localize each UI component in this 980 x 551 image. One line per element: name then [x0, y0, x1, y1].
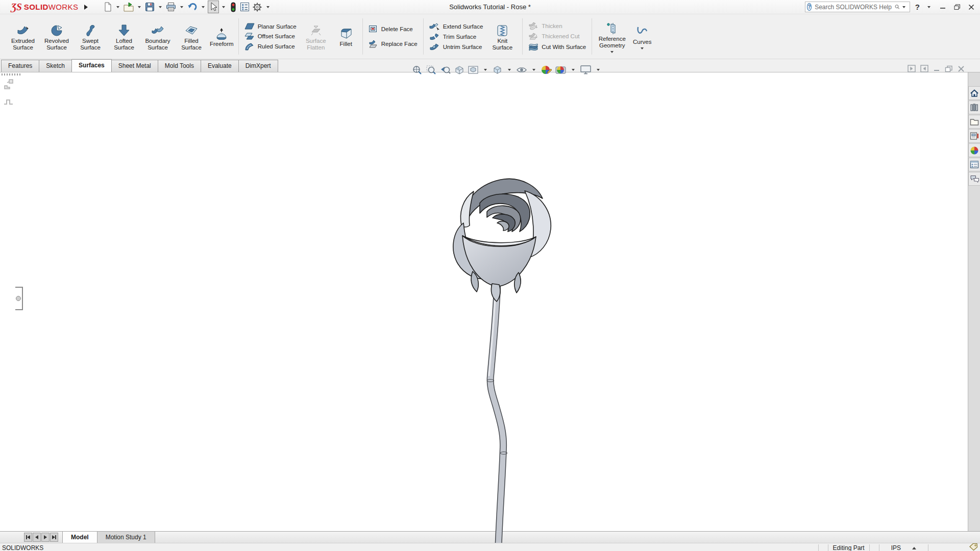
knit-surface-button[interactable]: Knit Surface — [485, 21, 519, 52]
undo-dropdown-caret[interactable] — [202, 6, 205, 8]
restore-doc-button[interactable] — [945, 65, 953, 74]
motion-study-tab[interactable]: Motion Study 1 — [97, 532, 155, 543]
boundary-surface-button[interactable]: Boundary Surface — [141, 21, 175, 52]
open-dropdown-caret[interactable] — [138, 6, 141, 8]
freeform-button[interactable]: Freeform — [208, 24, 235, 48]
print-button[interactable] — [165, 1, 177, 13]
sketch-profile-icon[interactable] — [3, 97, 14, 106]
pane-splitter-handle[interactable] — [15, 287, 23, 310]
curves-button[interactable]: Curves — [629, 22, 655, 51]
rebuild-button[interactable] — [228, 1, 238, 14]
zoom-to-fit-button[interactable] — [411, 64, 423, 76]
tab-sheet-metal[interactable]: Sheet Metal — [111, 60, 158, 72]
unit-system-selector[interactable]: IPS — [884, 544, 923, 551]
feature-tree-icon[interactable] — [3, 79, 14, 91]
view-orientation-caret[interactable] — [508, 69, 511, 71]
unit-system-caret[interactable] — [912, 547, 916, 549]
unit-system-value[interactable]: IPS — [891, 544, 901, 551]
minimize-doc-button[interactable] — [933, 65, 940, 74]
undo-button[interactable] — [186, 1, 199, 13]
model-tab[interactable]: Model — [62, 532, 97, 543]
untrim-surface-button[interactable]: Untrim Surface — [427, 42, 485, 52]
rose-stem[interactable] — [487, 287, 507, 551]
open-button[interactable] — [122, 1, 135, 13]
filled-surface-button[interactable]: Filled Surface — [175, 21, 208, 52]
close-doc-button[interactable] — [958, 65, 965, 74]
restore-button[interactable] — [952, 3, 962, 12]
expand-right-pane-button[interactable] — [920, 65, 928, 74]
extruded-surface-button[interactable]: Extruded Surface — [6, 21, 40, 52]
help-button[interactable]: ? — [915, 3, 920, 11]
reference-geometry-button[interactable]: Reference Geometry — [595, 19, 629, 54]
rose-model[interactable] — [444, 174, 561, 551]
help-dropdown-caret[interactable] — [927, 6, 930, 8]
previous-tab-button[interactable] — [33, 533, 41, 542]
options-dropdown-caret[interactable] — [266, 6, 270, 8]
tab-dimxpert[interactable]: DimXpert — [238, 60, 278, 72]
splitter-knob-icon[interactable] — [16, 296, 21, 301]
last-tab-button[interactable] — [50, 533, 58, 542]
rose-flower[interactable] — [453, 179, 551, 302]
replace-face-button[interactable]: Replace Face — [366, 37, 420, 52]
tab-evaluate[interactable]: Evaluate — [201, 60, 239, 72]
reference-geometry-caret[interactable] — [610, 51, 614, 53]
tab-mold-tools[interactable]: Mold Tools — [158, 60, 201, 72]
minimize-button[interactable] — [938, 3, 947, 12]
view-palette-button[interactable] — [968, 129, 980, 143]
edit-appearance-button[interactable] — [540, 64, 552, 76]
print-dropdown-caret[interactable] — [180, 6, 183, 8]
menu-flyout-arrow-icon[interactable] — [84, 5, 88, 10]
file-explorer-button[interactable] — [968, 115, 980, 129]
custom-properties-button[interactable] — [968, 158, 980, 171]
cut-with-surface-button[interactable]: Cut With Surface — [526, 41, 589, 52]
next-tab-button[interactable] — [41, 533, 50, 542]
tab-features[interactable]: Features — [1, 60, 39, 72]
view-settings-button[interactable] — [579, 64, 592, 76]
revolved-surface-button[interactable]: Revolved Surface — [40, 21, 74, 52]
planar-surface-button[interactable]: Planar Surface — [242, 21, 299, 31]
search-input[interactable] — [814, 3, 895, 11]
view-orientation-button[interactable] — [492, 64, 503, 76]
drawing-view-button[interactable] — [467, 64, 479, 76]
search-dropdown-caret[interactable] — [902, 6, 905, 8]
first-tab-button[interactable] — [24, 533, 32, 542]
apply-scene-button[interactable] — [554, 64, 567, 76]
zoom-to-area-button[interactable] — [425, 64, 437, 76]
delete-face-button[interactable]: Delete Face — [366, 22, 415, 37]
save-button[interactable] — [144, 1, 156, 13]
select-dropdown-caret[interactable] — [222, 6, 225, 8]
fillet-button[interactable]: Fillet — [333, 24, 359, 48]
extend-surface-button[interactable]: Extend Surface — [427, 21, 486, 32]
save-dropdown-caret[interactable] — [159, 6, 162, 8]
tab-sketch[interactable]: Sketch — [39, 60, 72, 72]
new-document-button[interactable] — [102, 1, 113, 13]
appearances-scenes-button[interactable] — [968, 143, 980, 157]
curves-caret[interactable] — [641, 47, 644, 49]
search-icon[interactable] — [895, 3, 900, 11]
select-tool-button[interactable] — [208, 1, 219, 13]
section-view-button[interactable] — [453, 64, 465, 76]
tags-button[interactable] — [969, 543, 978, 551]
search-box[interactable]: ? — [805, 2, 910, 12]
hide-show-items-caret[interactable] — [532, 69, 535, 71]
ruled-surface-button[interactable]: Ruled Surface — [242, 41, 298, 52]
drawing-view-caret[interactable] — [484, 69, 487, 71]
new-dropdown-caret[interactable] — [116, 6, 119, 8]
resources-home-button[interactable] — [968, 86, 980, 100]
view-settings-caret[interactable] — [597, 69, 600, 71]
hide-show-items-button[interactable] — [516, 64, 528, 76]
forum-button[interactable] — [968, 172, 980, 186]
apply-scene-caret[interactable] — [572, 69, 575, 71]
trim-surface-button[interactable]: Trim Surface — [427, 32, 479, 42]
close-button[interactable] — [967, 3, 976, 12]
file-properties-button[interactable] — [239, 1, 251, 13]
offset-surface-button[interactable]: Offset Surface — [242, 31, 298, 41]
design-library-button[interactable] — [968, 101, 980, 114]
swept-surface-button[interactable]: Swept Surface — [74, 21, 107, 52]
options-button[interactable] — [251, 1, 263, 14]
lofted-surface-button[interactable]: Lofted Surface — [107, 21, 141, 52]
collapse-left-pane-button[interactable] — [908, 65, 916, 74]
tab-surfaces[interactable]: Surfaces — [71, 59, 112, 72]
graphics-viewport[interactable]: Y X Z — [0, 72, 980, 531]
previous-view-button[interactable] — [439, 64, 451, 76]
